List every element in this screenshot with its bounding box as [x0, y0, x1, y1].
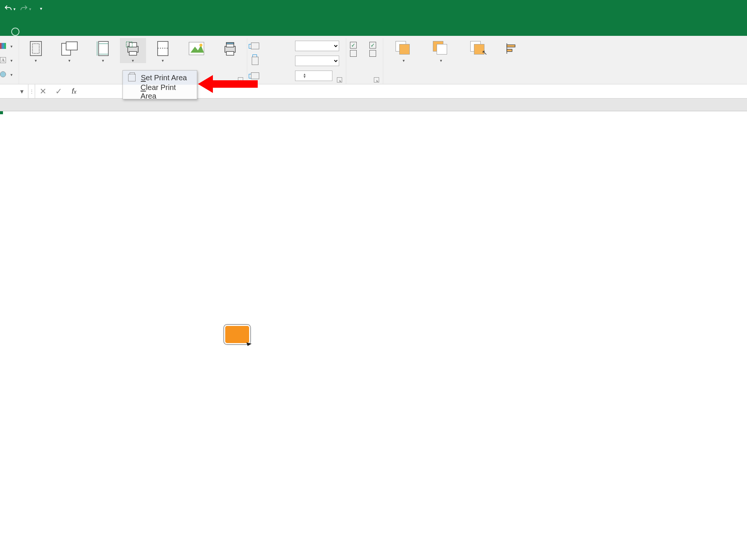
formula-bar: ▾ ⋮ ✕ ✓ fx	[0, 84, 747, 99]
width-select[interactable]	[295, 41, 339, 51]
svg-point-12	[199, 44, 202, 47]
set-print-area-item[interactable]: Set Print Area	[123, 71, 197, 85]
align-button[interactable]	[499, 38, 525, 57]
clear-print-area-label: lear Print Area	[140, 83, 176, 100]
breaks-button[interactable]: ▾	[150, 38, 176, 63]
svg-rect-7	[129, 52, 137, 55]
clear-print-area-item[interactable]: Clear Print Area	[123, 85, 197, 99]
gridlines-view-checkbox[interactable]: ✓	[350, 42, 360, 49]
effects-button[interactable]: ▾	[0, 68, 13, 81]
width-icon	[251, 43, 259, 49]
svg-rect-18	[507, 49, 512, 52]
print-titles-button[interactable]	[217, 38, 243, 57]
print-area-dropdown: Set Print Area Clear Print Area	[123, 70, 197, 99]
themes-group: ▾ A▾ ▾	[0, 38, 19, 84]
send-backward-button[interactable]: ▾	[424, 38, 458, 63]
fx-icon[interactable]: fx	[66, 87, 82, 96]
scale-spinner[interactable]: ▲▼	[295, 71, 332, 81]
name-box[interactable]: ▾	[0, 84, 28, 98]
quick-access-toolbar: ▾ ▾ ▾	[3, 2, 48, 15]
column-headers[interactable]	[0, 99, 747, 111]
margins-button[interactable]: ▾	[23, 38, 49, 63]
spreadsheet-grid[interactable]	[0, 99, 747, 111]
name-box-expand-icon[interactable]: ⋮	[28, 84, 35, 98]
scale-to-fit-group: ▲▼	[247, 38, 346, 84]
page-setup-launcher[interactable]	[238, 77, 243, 83]
watermark	[224, 325, 250, 346]
ribbon: ▾ A▾ ▾ ▾ ▾ ▾ ▾	[0, 36, 747, 84]
svg-rect-17	[507, 45, 515, 47]
fonts-button[interactable]: A▾	[0, 54, 13, 66]
title-bar: ▾ ▾ ▾	[0, 0, 747, 17]
print-area-icon	[128, 74, 136, 81]
ribbon-tabs	[0, 17, 747, 36]
gridlines-print-checkbox[interactable]	[350, 50, 360, 57]
scale-launcher[interactable]	[337, 77, 342, 83]
colors-button[interactable]: ▾	[0, 40, 13, 52]
undo-button[interactable]: ▾	[3, 2, 16, 15]
fill-handle[interactable]	[0, 111, 3, 114]
svg-rect-15	[226, 43, 234, 44]
background-button[interactable]	[180, 38, 213, 57]
cancel-formula-button[interactable]: ✕	[35, 84, 51, 98]
svg-rect-6	[129, 43, 137, 47]
scale-icon	[251, 72, 259, 79]
selection-pane-button[interactable]: ↖	[462, 38, 495, 57]
enter-formula-button[interactable]: ✓	[51, 84, 66, 98]
arrange-group: ▾ ▾ ↖	[383, 38, 529, 84]
headings-view-checkbox[interactable]: ✓	[369, 42, 379, 49]
headings-print-checkbox[interactable]	[369, 50, 379, 57]
set-print-area-label: et Print Area	[146, 74, 187, 82]
svg-rect-16	[226, 52, 234, 55]
svg-rect-3	[66, 42, 77, 50]
orientation-button[interactable]: ▾	[53, 38, 86, 63]
svg-rect-9	[158, 41, 168, 56]
bulb-icon	[11, 28, 19, 36]
bring-forward-button[interactable]: ▾	[387, 38, 421, 63]
print-area-button[interactable]: ▾	[120, 38, 146, 63]
tell-me-search[interactable]	[11, 28, 23, 36]
size-button[interactable]: ▾	[90, 38, 116, 63]
redo-button[interactable]: ▾	[19, 2, 32, 15]
height-icon	[252, 57, 258, 65]
sheet-options-group: ✓ ✓	[346, 38, 383, 84]
sheet-options-launcher[interactable]	[374, 77, 379, 83]
customize-qat-button[interactable]: ▾	[34, 2, 48, 15]
height-select[interactable]	[295, 56, 339, 66]
svg-rect-1	[32, 44, 39, 53]
